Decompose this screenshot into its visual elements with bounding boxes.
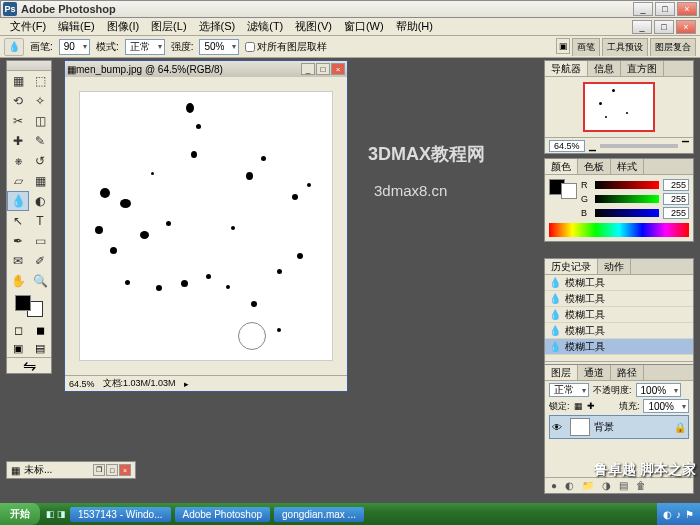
swatches-tab[interactable]: 色板 (578, 159, 611, 174)
menu-file[interactable]: 文件(F) (4, 19, 52, 34)
history-item[interactable]: 💧模糊工具 (545, 307, 693, 323)
menu-layer[interactable]: 图层(L) (145, 19, 192, 34)
blur-tool[interactable]: 💧 (7, 191, 29, 211)
brush-picker[interactable]: 90 (59, 39, 90, 55)
lock-pixels-icon[interactable]: ▦ (574, 401, 583, 411)
delete-layer-icon[interactable]: 🗑 (634, 480, 648, 491)
minimize-button[interactable]: _ (633, 2, 653, 16)
screen-mode-1[interactable]: ▣ (7, 339, 29, 357)
menu-view[interactable]: 视图(V) (289, 19, 338, 34)
layers-tab[interactable]: 图层 (545, 365, 578, 380)
history-item[interactable]: 💧模糊工具 (545, 291, 693, 307)
brush-tool[interactable]: ✎ (29, 131, 51, 151)
quick-mask-off[interactable]: ◻ (7, 321, 29, 339)
history-item[interactable]: 💧模糊工具 (545, 275, 693, 291)
mode-select[interactable]: 正常 (125, 39, 165, 55)
mdi-restore-button[interactable]: □ (654, 20, 674, 34)
quick-mask-on[interactable]: ◼ (29, 321, 51, 339)
doc-status-arrow-icon[interactable]: ▸ (184, 379, 189, 389)
tool-presets-tab[interactable]: 工具预设 (602, 38, 648, 56)
toolbox-grip[interactable] (7, 61, 51, 71)
move-tool[interactable]: ▦ (7, 71, 29, 91)
new-set-icon[interactable]: 📁 (580, 480, 596, 491)
zoom-tool[interactable]: 🔍 (29, 271, 51, 291)
min-doc-maximize-button[interactable]: □ (106, 464, 118, 476)
mdi-close-button[interactable]: × (676, 20, 696, 34)
layer-comps-tab[interactable]: 图层复合 (650, 38, 696, 56)
layer-row[interactable]: 👁 背景 🔒 (549, 415, 689, 439)
close-button[interactable]: × (677, 2, 697, 16)
color-tab[interactable]: 颜色 (545, 159, 578, 174)
min-doc-restore-button[interactable]: ❐ (93, 464, 105, 476)
system-tray[interactable]: ◐ ♪ ⚑ (657, 503, 700, 525)
history-item[interactable]: 💧模糊工具 (545, 339, 693, 355)
zoom-out-icon[interactable]: ▁ (589, 141, 596, 151)
r-value[interactable]: 255 (663, 179, 689, 191)
doc-zoom-value[interactable]: 64.5% (69, 379, 95, 389)
layer-mask-icon[interactable]: ◐ (563, 480, 576, 491)
jump-to-imageready[interactable]: ⇋ (7, 357, 51, 373)
document-titlebar[interactable]: ▦ men_bump.jpg @ 64.5%(RGB/8) _ □ × (65, 61, 347, 77)
doc-close-button[interactable]: × (331, 63, 345, 75)
history-brush-tool[interactable]: ↺ (29, 151, 51, 171)
tray-icon[interactable]: ⚑ (685, 509, 694, 520)
g-slider[interactable] (595, 195, 659, 203)
navigator-thumbnail[interactable] (583, 82, 655, 132)
styles-tab[interactable]: 样式 (611, 159, 644, 174)
taskbar-item[interactable]: Adobe Photoshop (175, 507, 271, 522)
path-tool[interactable]: ↖ (7, 211, 29, 231)
strength-input[interactable]: 50% (199, 39, 239, 55)
notes-tool[interactable]: ✉ (7, 251, 29, 271)
lasso-tool[interactable]: ⟲ (7, 91, 29, 111)
doc-minimize-button[interactable]: _ (301, 63, 315, 75)
eyedropper-tool[interactable]: ✐ (29, 251, 51, 271)
new-layer-icon[interactable]: ▤ (617, 480, 630, 491)
palette-toggle-icon[interactable]: ▣ (556, 38, 570, 54)
doc-maximize-button[interactable]: □ (316, 63, 330, 75)
pen-tool[interactable]: ✒ (7, 231, 29, 251)
history-item[interactable]: 💧模糊工具 (545, 323, 693, 339)
hand-tool[interactable]: ✋ (7, 271, 29, 291)
navigator-zoom-input[interactable]: 64.5% (549, 140, 585, 152)
current-tool-icon[interactable]: 💧 (4, 38, 24, 56)
zoom-slider[interactable] (600, 144, 678, 148)
menu-filter[interactable]: 滤镜(T) (241, 19, 289, 34)
screen-mode-2[interactable]: ▤ (29, 339, 51, 357)
taskbar-item[interactable]: gongdian.max ... (274, 507, 364, 522)
layer-thumbnail[interactable] (570, 418, 590, 436)
canvas[interactable] (79, 91, 333, 361)
menu-help[interactable]: 帮助(H) (390, 19, 439, 34)
adjustment-layer-icon[interactable]: ◑ (600, 480, 613, 491)
paths-tab[interactable]: 路径 (611, 365, 644, 380)
b-slider[interactable] (595, 209, 659, 217)
healing-tool[interactable]: ✚ (7, 131, 29, 151)
start-button[interactable]: 开始 (0, 503, 40, 525)
min-doc-close-button[interactable]: × (119, 464, 131, 476)
navigator-tab[interactable]: 导航器 (545, 61, 588, 76)
history-tab[interactable]: 历史记录 (545, 259, 598, 274)
eraser-tool[interactable]: ▱ (7, 171, 29, 191)
tray-icon[interactable]: ◐ (663, 509, 672, 520)
menu-edit[interactable]: 编辑(E) (52, 19, 101, 34)
fill-input[interactable]: 100% (643, 399, 689, 413)
layer-name[interactable]: 背景 (594, 420, 614, 434)
menu-select[interactable]: 选择(S) (193, 19, 242, 34)
b-value[interactable]: 255 (663, 207, 689, 219)
color-bg-swatch[interactable] (561, 183, 577, 199)
sample-all-layers-checkbox[interactable]: 对所有图层取样 (245, 40, 327, 54)
quicklaunch-icon[interactable]: ◧ (46, 509, 55, 519)
r-slider[interactable] (595, 181, 659, 189)
quicklaunch-icon[interactable]: ◨ (57, 509, 66, 519)
mdi-minimize-button[interactable]: _ (632, 20, 652, 34)
layer-style-icon[interactable]: ● (549, 480, 559, 491)
color-spectrum[interactable] (549, 223, 689, 237)
minimized-document[interactable]: ▦ 未标... ❐ □ × (6, 461, 136, 479)
menu-window[interactable]: 窗口(W) (338, 19, 390, 34)
tray-icon[interactable]: ♪ (676, 509, 681, 520)
crop-tool[interactable]: ✂ (7, 111, 29, 131)
info-tab[interactable]: 信息 (588, 61, 621, 76)
maximize-button[interactable]: □ (655, 2, 675, 16)
dodge-tool[interactable]: ◐ (29, 191, 51, 211)
lock-position-icon[interactable]: ✚ (587, 401, 595, 411)
gradient-tool[interactable]: ▦ (29, 171, 51, 191)
